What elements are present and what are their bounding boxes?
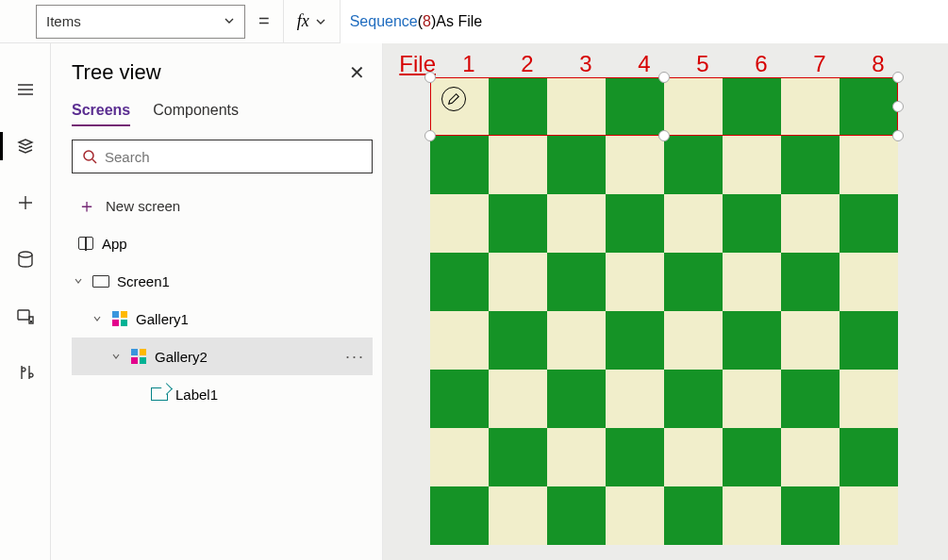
board-square <box>430 370 489 428</box>
chevron-down-icon[interactable] <box>72 276 85 286</box>
tree-view-rail-button[interactable] <box>0 128 51 164</box>
tree-node-label1[interactable]: Label1 <box>72 375 373 413</box>
ruler-col: 5 <box>674 51 732 77</box>
formula-bar: Items = fx Sequence ( 8 ) As File <box>0 0 948 43</box>
board-square <box>781 194 840 253</box>
tree-node-gallery1[interactable]: Gallery1 <box>72 300 373 338</box>
board-square <box>664 253 723 311</box>
chevron-down-icon[interactable] <box>91 314 104 323</box>
formula-input[interactable]: Sequence ( 8 ) As File <box>341 0 948 43</box>
board-square <box>840 311 898 370</box>
board-square <box>840 428 898 486</box>
board-square <box>547 370 606 428</box>
svg-rect-1 <box>18 310 29 320</box>
search-input[interactable] <box>105 149 362 165</box>
board-square <box>664 311 723 370</box>
tree-node-label: Gallery2 <box>155 349 338 365</box>
board-square <box>840 77 898 136</box>
board-square <box>430 486 489 545</box>
board-square <box>547 253 606 311</box>
svg-point-0 <box>19 252 32 257</box>
formula-arg: 8 <box>423 13 431 30</box>
left-rail <box>0 43 51 560</box>
data-rail-button[interactable] <box>0 241 51 277</box>
board-square <box>547 77 606 136</box>
ruler-col: 2 <box>498 51 557 77</box>
formula-fn: Sequence <box>350 13 418 30</box>
board-square <box>781 311 840 370</box>
fx-button[interactable]: fx <box>283 0 341 43</box>
board-square <box>430 428 489 486</box>
board-square <box>723 136 781 194</box>
board-square <box>723 370 781 428</box>
label-icon <box>151 386 168 403</box>
board-square <box>664 194 723 253</box>
resize-handle[interactable] <box>424 130 436 141</box>
board-square <box>723 428 781 486</box>
tab-screens[interactable]: Screens <box>72 102 130 126</box>
tree-node-label: App <box>102 236 365 252</box>
new-screen-button[interactable]: ＋ New screen <box>72 187 373 224</box>
tree-node-gallery2[interactable]: Gallery2 ··· <box>72 338 373 375</box>
edit-pencil-button[interactable] <box>441 87 466 111</box>
board-square <box>430 311 489 370</box>
board-square <box>606 370 664 428</box>
tab-components[interactable]: Components <box>153 102 239 126</box>
board-square <box>547 194 606 253</box>
chevron-down-icon <box>315 16 326 27</box>
plus-icon: ＋ <box>77 193 96 219</box>
tree-node-app[interactable]: App <box>72 224 373 262</box>
board-square <box>489 370 547 428</box>
ruler-col: 3 <box>557 51 615 77</box>
canvas[interactable]: File 1 2 3 4 5 6 7 8 <box>383 43 948 560</box>
board-square <box>781 253 840 311</box>
insert-rail-button[interactable] <box>0 185 51 221</box>
resize-handle[interactable] <box>424 72 436 83</box>
board-square <box>606 194 664 253</box>
board-square <box>781 136 840 194</box>
resize-handle[interactable] <box>892 72 904 83</box>
ruler-col: 1 <box>440 51 498 77</box>
board-square <box>489 77 547 136</box>
media-rail-button[interactable] <box>0 298 51 334</box>
board-square <box>840 194 898 253</box>
equals-sign: = <box>258 10 270 32</box>
board-square <box>489 136 547 194</box>
resize-handle[interactable] <box>892 101 904 112</box>
board-square <box>723 486 781 545</box>
board-square <box>664 370 723 428</box>
property-selector[interactable]: Items <box>36 5 245 39</box>
tree-tabs: Screens Components <box>72 102 373 126</box>
resize-handle[interactable] <box>658 72 670 83</box>
board-square <box>840 136 898 194</box>
chevron-down-icon <box>224 13 235 29</box>
new-screen-label: New screen <box>106 198 180 214</box>
resize-handle[interactable] <box>658 130 670 141</box>
board-square <box>547 486 606 545</box>
more-icon[interactable]: ··· <box>345 347 365 367</box>
fx-icon: fx <box>297 11 309 31</box>
tools-rail-button[interactable] <box>0 354 51 390</box>
close-icon[interactable]: ✕ <box>349 61 365 84</box>
board-square <box>489 428 547 486</box>
formula-rest: As File <box>436 13 482 30</box>
board-square <box>547 311 606 370</box>
property-selector-value: Items <box>46 13 81 29</box>
resize-handle[interactable] <box>892 130 904 141</box>
tree-node-screen1[interactable]: Screen1 <box>72 262 373 300</box>
column-ruler: File 1 2 3 4 5 6 7 8 <box>383 51 907 77</box>
hamburger-icon[interactable] <box>0 72 51 107</box>
tree-node-label: Screen1 <box>117 273 365 289</box>
board-square <box>840 370 898 428</box>
chevron-down-icon[interactable] <box>109 352 123 361</box>
board-square <box>489 311 547 370</box>
tree-search[interactable] <box>72 140 373 173</box>
tree-title: Tree view <box>72 60 161 85</box>
board-square <box>664 77 723 136</box>
pencil-icon <box>447 92 460 106</box>
board-square <box>430 136 489 194</box>
board-square <box>547 136 606 194</box>
board-square <box>606 136 664 194</box>
svg-point-2 <box>84 151 93 160</box>
board-square <box>489 253 547 311</box>
